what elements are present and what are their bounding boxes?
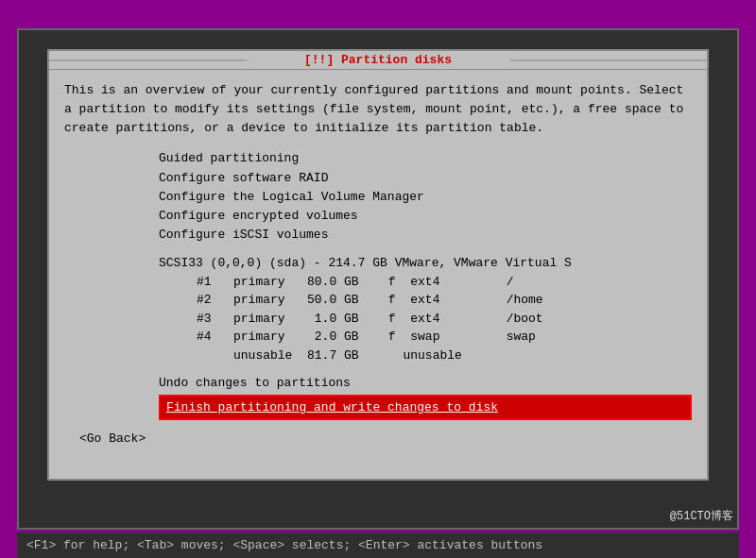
terminal-window: [!!] Partition disks This is an overview…: [17, 28, 739, 530]
finish-partitioning-button[interactable]: Finish partitioning and write changes to…: [159, 395, 692, 421]
status-bar: <F1> for help; <Tab> moves; <Space> sele…: [17, 533, 739, 558]
partition-row[interactable]: unusable 81.7 GB unusable: [197, 347, 692, 365]
dialog-title: [!!] Partition disks: [49, 51, 707, 70]
list-item[interactable]: Guided partitioning: [159, 149, 692, 168]
partition-row[interactable]: #4 primary 2.0 GB f swap swap: [197, 328, 692, 347]
partition-row[interactable]: #3 primary 1.0 GB f ext4 /boot: [197, 310, 692, 329]
menu-list: Guided partitioning Configure software R…: [159, 149, 692, 245]
actions-section: Undo changes to partitions: [159, 374, 692, 393]
partition-row[interactable]: #2 primary 50.0 GB f ext4 /home: [197, 291, 692, 310]
go-back-button[interactable]: <Go Back>: [64, 430, 692, 448]
watermark: @51CTO博客: [670, 508, 733, 524]
description-text: This is an overview of your currently co…: [64, 81, 692, 138]
dialog-content: This is an overview of your currently co…: [49, 77, 707, 456]
partition-row[interactable]: #1 primary 80.0 GB f ext4 /: [197, 273, 692, 292]
list-item[interactable]: Configure the Logical Volume Manager: [159, 188, 692, 207]
undo-label[interactable]: Undo changes to partitions: [159, 374, 692, 393]
list-item[interactable]: Configure software RAID: [159, 169, 692, 188]
partition-info: SCSI33 (0,0,0) (sda) - 214.7 GB VMware, …: [64, 254, 692, 364]
list-item[interactable]: Configure iSCSI volumes: [159, 226, 692, 245]
scsi-header[interactable]: SCSI33 (0,0,0) (sda) - 214.7 GB VMware, …: [159, 254, 692, 273]
dialog-box: [!!] Partition disks This is an overview…: [47, 49, 709, 481]
list-item[interactable]: Configure encrypted volumes: [159, 207, 692, 226]
